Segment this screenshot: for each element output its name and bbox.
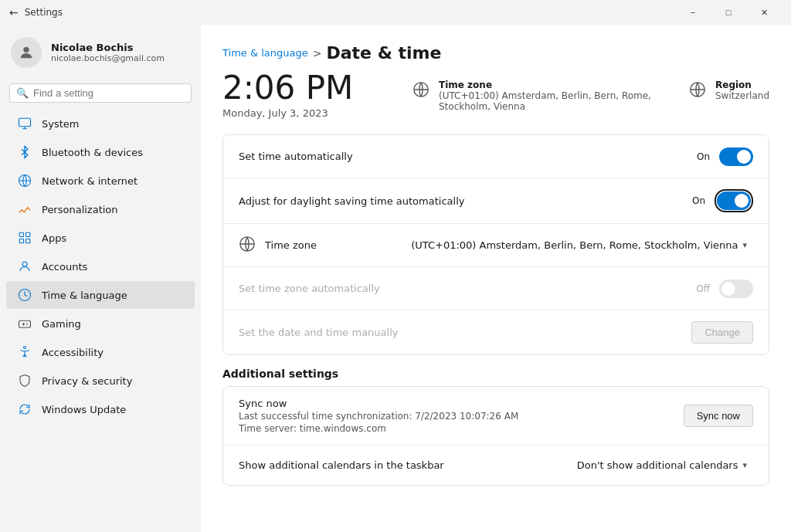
svg-rect-3 [19, 232, 23, 236]
dropdown-arrow-time-zone: ▾ [742, 240, 747, 250]
region-value: Switzerland [715, 90, 769, 101]
sidebar: Nicolae Bochis nicolae.bochis@gmail.com … [0, 25, 201, 532]
nav-label-gaming: Gaming [42, 318, 81, 330]
calendars-dropdown-arrow: ▾ [742, 460, 747, 470]
sidebar-item-privacy-security[interactable]: Privacy & security [6, 367, 195, 395]
timezone-label: Time zone [439, 80, 670, 90]
region-info-item: Region Switzerland [689, 80, 769, 112]
region-label: Region [715, 80, 769, 90]
toggle-label-set-time-zone-auto: Off [696, 283, 710, 294]
toggle-wrapper-set-time-zone-auto[interactable]: Off [696, 280, 753, 298]
search-input[interactable] [33, 87, 185, 99]
breadcrumb-parent[interactable]: Time & language [222, 47, 308, 59]
region-text: Region Switzerland [715, 80, 769, 101]
toggle-label-daylight-saving: On [692, 195, 705, 206]
content-area: Time & language > Date & time 2:06 PM Mo… [201, 25, 791, 532]
nav-label-network: Network & internet [42, 175, 137, 187]
current-time: 2:06 PM [222, 72, 353, 104]
nav-icon-gaming [17, 316, 32, 331]
toggle-wrapper-daylight-saving[interactable]: On [692, 189, 753, 212]
settings-row-time-zone: Time zone (UTC+01:00) Amsterdam, Berlin,… [223, 224, 769, 267]
row-label-set-date-time-manually: Set the date and time manually [239, 327, 398, 338]
nav-icon-network [17, 173, 32, 188]
sidebar-item-apps[interactable]: Apps [6, 224, 195, 252]
row-right-daylight-saving: On [692, 189, 753, 212]
calendars-dropdown[interactable]: Don't show additional calendars ▾ [571, 456, 753, 474]
change-button-set-date-time-manually[interactable]: Change [691, 321, 753, 344]
svg-point-7 [22, 262, 27, 266]
row-left-set-time-zone-auto: Set time zone automatically [239, 283, 380, 294]
sync-now-row: Sync now Last successful time synchroniz… [223, 387, 769, 446]
region-icon [689, 81, 708, 100]
additional-settings-title: Additional settings [222, 368, 769, 380]
sidebar-item-time-language[interactable]: Time & language [6, 281, 195, 309]
nav-icon-privacy-security [17, 373, 32, 388]
settings-row-daylight-saving: Adjust for daylight saving time automati… [223, 178, 769, 224]
time-header: 2:06 PM Monday, July 3, 2023 Time zone (… [222, 72, 769, 119]
dropdown-time-zone[interactable]: (UTC+01:00) Amsterdam, Berlin, Bern, Rom… [405, 236, 753, 254]
search-icon: 🔍 [16, 87, 29, 99]
svg-rect-1 [19, 118, 31, 127]
sidebar-item-accounts[interactable]: Accounts [6, 252, 195, 280]
row-right-set-time-zone-auto: Off [696, 280, 753, 298]
settings-row-set-date-time-manually: Set the date and time manually Change [223, 310, 769, 354]
sidebar-item-gaming[interactable]: Gaming [6, 310, 195, 337]
sync-last: Last successful time synchronization: 7/… [239, 411, 518, 422]
nav-icon-personalization [17, 202, 32, 217]
breadcrumb: Time & language > Date & time [222, 43, 769, 63]
nav-label-windows-update: Windows Update [42, 404, 126, 415]
row-label-daylight-saving: Adjust for daylight saving time automati… [239, 195, 464, 207]
sync-section: Sync now Last successful time synchroniz… [222, 386, 769, 486]
nav-icon-time-language [17, 287, 32, 303]
svg-rect-4 [26, 232, 30, 236]
nav-label-apps: Apps [42, 232, 66, 244]
user-name: Nicolae Bochis [51, 42, 165, 53]
avatar [11, 37, 42, 68]
dropdown-value-time-zone: (UTC+01:00) Amsterdam, Berlin, Bern, Rom… [411, 239, 738, 251]
app-body: Nicolae Bochis nicolae.bochis@gmail.com … [0, 25, 791, 532]
user-profile[interactable]: Nicolae Bochis nicolae.bochis@gmail.com [0, 25, 201, 80]
row-label-time-zone: Time zone [265, 239, 317, 251]
nav-icon-accounts [17, 259, 32, 274]
toggle-set-time-zone-auto[interactable] [719, 280, 753, 298]
nav-label-bluetooth: Bluetooth & devices [42, 147, 143, 158]
toggle-daylight-saving[interactable] [717, 191, 751, 210]
svg-rect-6 [26, 239, 30, 243]
nav-icon-accessibility [17, 344, 32, 360]
sidebar-item-windows-update[interactable]: Windows Update [6, 395, 195, 423]
minimize-button[interactable]: − [675, 0, 711, 25]
svg-point-0 [23, 47, 29, 53]
sidebar-item-accessibility[interactable]: Accessibility [6, 338, 195, 366]
sidebar-item-personalization[interactable]: Personalization [6, 195, 195, 223]
row-left-daylight-saving: Adjust for daylight saving time automati… [239, 195, 464, 207]
toggle-set-time-auto[interactable] [719, 147, 753, 166]
row-left-time-zone: Time zone [239, 236, 317, 256]
nav-label-accounts: Accounts [42, 261, 87, 273]
nav-list: System Bluetooth & devices Network & int… [0, 109, 201, 424]
sync-server: Time server: time.windows.com [239, 423, 518, 434]
timezone-text: Time zone (UTC+01:00) Amsterdam, Berlin,… [439, 80, 670, 112]
settings-row-set-time-auto: Set time automatically On [223, 135, 769, 178]
sync-now-button[interactable]: Sync now [684, 405, 753, 427]
timezone-value: (UTC+01:00) Amsterdam, Berlin, Bern, Rom… [439, 90, 670, 112]
toggle-wrapper-set-time-auto[interactable]: On [697, 147, 753, 166]
calendars-dropdown-value: Don't show additional calendars [577, 459, 738, 471]
search-bar: 🔍 [9, 83, 192, 103]
row-right-set-time-auto: On [697, 147, 753, 166]
back-icon[interactable]: ← [9, 6, 19, 19]
sidebar-item-system[interactable]: System [6, 110, 195, 137]
close-button[interactable]: ✕ [746, 0, 782, 25]
calendars-row: Show additional calendars in the taskbar… [223, 446, 769, 485]
row-label-set-time-zone-auto: Set time zone automatically [239, 283, 380, 294]
breadcrumb-separator: > [313, 47, 322, 59]
nav-icon-apps [17, 230, 32, 246]
row-right-set-date-time-manually: Change [691, 321, 753, 344]
row-right-time-zone: (UTC+01:00) Amsterdam, Berlin, Bern, Rom… [405, 236, 753, 254]
maximize-button[interactable]: □ [711, 0, 746, 25]
sidebar-item-bluetooth[interactable]: Bluetooth & devices [6, 138, 195, 166]
nav-icon-bluetooth [17, 144, 32, 160]
sync-info: Sync now Last successful time synchroniz… [239, 398, 518, 434]
sidebar-item-network[interactable]: Network & internet [6, 167, 195, 195]
user-info: Nicolae Bochis nicolae.bochis@gmail.com [51, 42, 165, 63]
app-title: Settings [25, 7, 63, 18]
